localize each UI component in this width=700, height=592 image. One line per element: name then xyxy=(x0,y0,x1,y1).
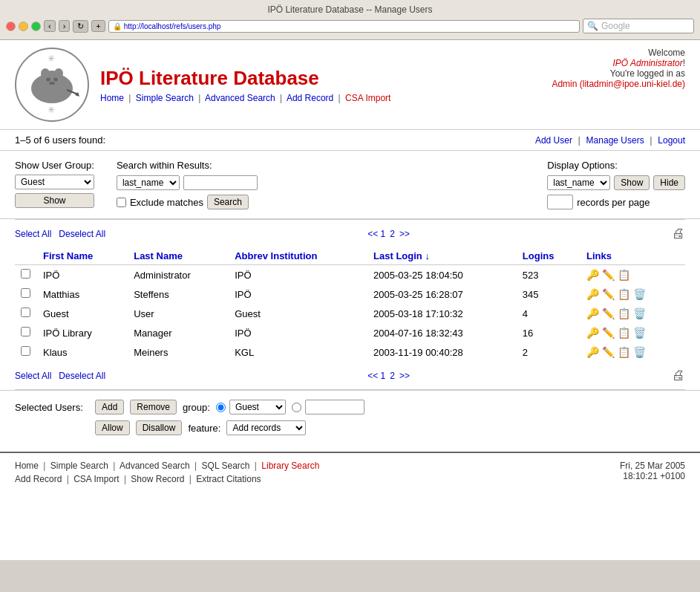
footer-advanced-search[interactable]: Advanced Search xyxy=(120,461,190,471)
select-all-bottom[interactable]: Select All xyxy=(15,371,51,381)
col-last-login: Last Login ↓ xyxy=(367,247,517,265)
display-show-button[interactable]: Show xyxy=(614,175,650,190)
exclude-checkbox[interactable] xyxy=(117,198,126,207)
deselect-all-bottom[interactable]: Deselect All xyxy=(59,371,105,381)
edit-icon[interactable]: ✏️ xyxy=(602,327,615,339)
sub-header-links: Add User | Manage Users | Logout xyxy=(535,134,685,146)
edit-icon[interactable]: ✏️ xyxy=(602,308,615,319)
pagination-prev-bottom[interactable]: << 1 xyxy=(367,371,385,381)
feature-select[interactable]: Add records Edit records Delete records xyxy=(226,420,306,435)
display-label: Display Options: xyxy=(547,160,685,171)
row-logins: 4 xyxy=(517,304,580,323)
edit-icon[interactable]: ✏️ xyxy=(602,288,615,300)
footer-csa-import[interactable]: CSA Import xyxy=(73,474,119,484)
row-select-1[interactable] xyxy=(21,288,30,298)
footer-library-search[interactable]: Library Search xyxy=(261,461,319,471)
add-button[interactable]: Add xyxy=(95,400,124,414)
sort-last-login[interactable]: Last Login ↓ xyxy=(373,250,430,261)
browser-search-bar[interactable]: 🔍 Google xyxy=(583,19,694,33)
footer-simple-search[interactable]: Simple Search xyxy=(50,461,108,471)
footer-time: 18:10:21 +0100 xyxy=(620,471,685,481)
disallow-button[interactable]: Disallow xyxy=(136,420,183,435)
print-icon-bottom[interactable]: 🖨 xyxy=(672,368,685,383)
key-icon[interactable]: 🔑 xyxy=(586,288,599,300)
forward-button[interactable]: › xyxy=(59,20,71,32)
display-field-select[interactable]: last_name first_name email xyxy=(547,175,610,190)
pagination-prev[interactable]: << 1 xyxy=(367,229,385,239)
radio-guest-input[interactable] xyxy=(216,403,226,412)
allow-button[interactable]: Allow xyxy=(95,420,130,435)
table-row: Guest User Guest 2005-03-18 17:10:32 4 🔑… xyxy=(15,304,685,323)
print-icon[interactable]: 🖨 xyxy=(672,226,685,241)
pagination-page2[interactable]: 2 xyxy=(390,229,395,239)
close-button[interactable] xyxy=(6,22,16,31)
search-input[interactable] xyxy=(183,175,258,190)
bottom-pagination-row: Select All Deselect All << 1 2 >> 🖨 xyxy=(15,362,685,389)
row-select-2[interactable] xyxy=(21,308,30,317)
nav-add-record[interactable]: Add Record xyxy=(287,93,333,103)
nav-simple-search[interactable]: Simple Search xyxy=(136,93,194,103)
pagination-next-bottom[interactable]: >> xyxy=(399,371,410,381)
row-select-3[interactable] xyxy=(21,327,30,336)
edit-icon[interactable]: ✏️ xyxy=(602,346,615,358)
select-all-top[interactable]: Select All xyxy=(15,229,51,239)
details-icon[interactable]: 📋 xyxy=(618,269,630,281)
sort-first-name[interactable]: First Name xyxy=(43,250,93,261)
logout-link[interactable]: Logout xyxy=(658,135,685,146)
pagination-next[interactable]: >> xyxy=(399,229,410,239)
add-user-link[interactable]: Add User xyxy=(535,135,572,146)
minimize-button[interactable] xyxy=(19,22,28,31)
show-group-button[interactable]: Show xyxy=(15,193,94,208)
remove-button[interactable]: Remove xyxy=(130,400,177,414)
search-field-select[interactable]: last_name first_name email xyxy=(117,175,180,190)
new-tab-button[interactable]: + xyxy=(91,20,105,32)
display-hide-button[interactable]: Hide xyxy=(653,175,685,190)
nav-home[interactable]: Home xyxy=(100,93,124,103)
maximize-button[interactable] xyxy=(31,22,41,31)
row-select-0[interactable] xyxy=(21,269,30,279)
nav-csa-import[interactable]: CSA Import xyxy=(345,93,390,103)
details-icon[interactable]: 📋 xyxy=(618,327,630,339)
search-label: Search within Results: xyxy=(117,160,525,171)
footer-right: Fri, 25 Mar 2005 18:10:21 +0100 xyxy=(620,461,685,481)
row-logins: 2 xyxy=(517,342,580,362)
details-icon[interactable]: 📋 xyxy=(618,288,630,300)
edit-icon[interactable]: ✏️ xyxy=(602,269,615,281)
group-select[interactable]: Guest Admin Manager xyxy=(229,400,286,414)
radio-guest: Guest Admin Manager xyxy=(216,400,286,414)
url-bar[interactable]: 🔒 http://localhost/refs/users.php xyxy=(108,20,580,33)
deselect-all-top[interactable]: Deselect All xyxy=(59,229,105,239)
footer-add-record[interactable]: Add Record xyxy=(15,474,62,484)
delete-icon[interactable]: 🗑️ xyxy=(633,308,646,319)
delete-icon[interactable]: 🗑️ xyxy=(633,346,646,358)
sort-logins[interactable]: Logins xyxy=(523,250,555,261)
details-icon[interactable]: 📋 xyxy=(618,346,630,358)
footer-show-record[interactable]: Show Record xyxy=(131,474,184,484)
row-select-4[interactable] xyxy=(21,346,30,356)
user-group-select[interactable]: Guest Admin Manager xyxy=(15,175,94,189)
row-checkbox xyxy=(15,342,37,362)
key-icon[interactable]: 🔑 xyxy=(586,327,599,339)
records-per-page-input[interactable]: 5 xyxy=(547,195,573,209)
refresh-button[interactable]: ↻ xyxy=(73,20,88,33)
key-icon[interactable]: 🔑 xyxy=(586,269,599,281)
footer-sql-search[interactable]: SQL Search xyxy=(202,461,250,471)
allow-row: Allow Disallow feature: Add records Edit… xyxy=(95,420,685,435)
sort-last-name[interactable]: Last Name xyxy=(134,250,183,261)
footer-extract-citations[interactable]: Extract Citations xyxy=(196,474,261,484)
details-icon[interactable]: 📋 xyxy=(618,308,630,319)
nav-advanced-search[interactable]: Advanced Search xyxy=(205,93,275,103)
search-button[interactable]: Search xyxy=(207,195,249,209)
sort-institution[interactable]: Abbrev Institution xyxy=(235,250,317,261)
key-icon[interactable]: 🔑 xyxy=(586,308,599,319)
group-text-input[interactable] xyxy=(305,400,364,414)
key-icon[interactable]: 🔑 xyxy=(586,346,599,358)
footer-home[interactable]: Home xyxy=(15,461,39,471)
svg-point-7 xyxy=(49,82,55,85)
pagination-page2-bottom[interactable]: 2 xyxy=(390,371,395,381)
manage-users-link[interactable]: Manage Users xyxy=(586,135,644,146)
radio-other-input[interactable] xyxy=(292,403,301,412)
delete-icon[interactable]: 🗑️ xyxy=(633,288,646,300)
delete-icon[interactable]: 🗑️ xyxy=(633,327,646,339)
back-button[interactable]: ‹ xyxy=(44,20,56,32)
